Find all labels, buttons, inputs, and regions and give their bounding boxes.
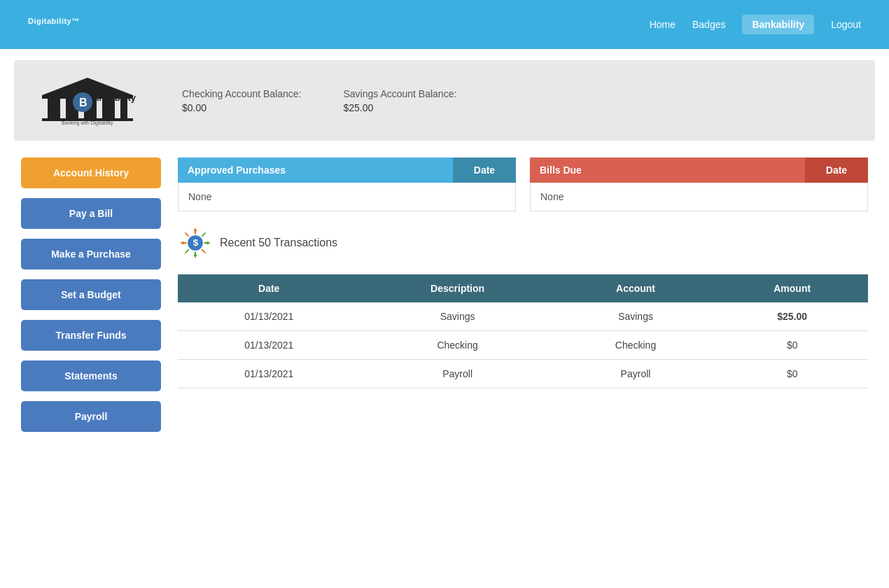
nav-home[interactable]: Home: [650, 19, 676, 30]
transactions-header-row: Date Description Account Amount: [178, 274, 868, 302]
main-nav: Home Badges Bankability Logout: [650, 15, 861, 34]
bills-due-table: Bills Due Date None: [530, 158, 868, 211]
app-logo: Digitability™: [28, 14, 80, 36]
svg-marker-15: [194, 255, 197, 258]
svg-rect-2: [48, 99, 60, 118]
nav-logout[interactable]: Logout: [831, 19, 861, 30]
svg-marker-13: [194, 227, 197, 231]
transactions-header: $ Recent 50 Transactions: [178, 225, 868, 260]
cell-date: 01/13/2021: [178, 302, 360, 331]
svg-marker-21: [183, 231, 187, 234]
cell-amount: $0: [716, 360, 868, 388]
table-row: 01/13/2021 Savings Savings $25.00: [178, 302, 868, 331]
savings-balance-label: Savings Account Balance:: [343, 88, 456, 99]
svg-marker-25: [183, 251, 187, 255]
payroll-button[interactable]: Payroll: [21, 401, 161, 432]
approved-purchases-table: Approved Purchases Date None: [178, 158, 516, 211]
bills-due-body: None: [530, 183, 868, 211]
table-row: 01/13/2021 Checking Checking $0: [178, 331, 868, 360]
top-tables: Approved Purchases Date None Bills Due D…: [178, 158, 868, 211]
bank-logo-svg: B ankability Banking with Digitability: [35, 74, 140, 127]
cell-date: 01/13/2021: [178, 360, 360, 388]
col-description: Description: [360, 274, 555, 302]
svg-text:$: $: [193, 237, 199, 248]
cell-description: Checking: [360, 331, 555, 360]
bank-info-bar: B ankability Banking with Digitability C…: [14, 60, 875, 141]
checking-balance-section: Checking Account Balance: $0.00: [182, 88, 301, 113]
approved-purchases-date-col: Date: [453, 158, 516, 183]
bills-due-title: Bills Due: [530, 158, 805, 183]
bills-due-date-col: Date: [805, 158, 868, 183]
svg-text:ankability: ankability: [94, 92, 136, 103]
savings-balance-amount: $25.00: [343, 102, 456, 113]
statements-button[interactable]: Statements: [21, 360, 161, 391]
checking-balance-label: Checking Account Balance:: [182, 88, 301, 99]
transfer-funds-button[interactable]: Transfer Funds: [21, 320, 161, 351]
savings-balance-section: Savings Account Balance: $25.00: [343, 88, 456, 113]
approved-purchases-empty: None: [178, 183, 515, 211]
main-content: Account History Pay a Bill Make a Purcha…: [0, 141, 889, 449]
cell-description: Payroll: [360, 360, 555, 388]
cell-amount: $0: [716, 331, 868, 360]
transactions-icon: $: [178, 225, 213, 260]
logo-text: Digitability: [28, 17, 71, 25]
transactions-table-body: 01/13/2021 Savings Savings $25.00 01/13/…: [178, 302, 868, 388]
right-content: Approved Purchases Date None Bills Due D…: [178, 158, 868, 432]
bills-due-header: Bills Due Date: [530, 158, 868, 183]
approved-purchases-title: Approved Purchases: [178, 158, 453, 183]
svg-marker-19: [207, 241, 211, 245]
approved-purchases-body: None: [178, 183, 516, 211]
cell-account: Payroll: [555, 360, 717, 388]
cell-amount: $25.00: [716, 302, 868, 331]
cell-account: Checking: [555, 331, 717, 360]
account-history-button[interactable]: Account History: [21, 158, 161, 188]
set-budget-button[interactable]: Set a Budget: [21, 279, 161, 310]
approved-purchases-header: Approved Purchases Date: [178, 158, 516, 183]
svg-marker-17: [180, 241, 183, 245]
svg-text:Banking with Digitability: Banking with Digitability: [62, 120, 113, 126]
bills-due-empty: None: [531, 183, 867, 211]
nav-bankability[interactable]: Bankability: [742, 15, 814, 34]
trademark-symbol: ™: [71, 17, 80, 25]
col-account: Account: [555, 274, 717, 302]
cell-account: Savings: [555, 302, 717, 331]
main-header: Digitability™ Home Badges Bankability Lo…: [0, 0, 889, 49]
make-purchase-button[interactable]: Make a Purchase: [21, 239, 161, 270]
col-date: Date: [178, 274, 360, 302]
col-amount: Amount: [716, 274, 868, 302]
sidebar: Account History Pay a Bill Make a Purcha…: [21, 158, 161, 432]
transactions-title: Recent 50 Transactions: [220, 237, 337, 249]
cell-description: Savings: [360, 302, 555, 331]
svg-text:B: B: [79, 97, 88, 108]
nav-badges[interactable]: Badges: [692, 19, 725, 30]
table-row: 01/13/2021 Payroll Payroll $0: [178, 360, 868, 388]
svg-marker-23: [204, 231, 207, 234]
cell-date: 01/13/2021: [178, 331, 360, 360]
bank-logo: B ankability Banking with Digitability: [35, 74, 140, 127]
checking-balance-amount: $0.00: [182, 102, 301, 113]
transactions-table: Date Description Account Amount 01/13/20…: [178, 274, 868, 388]
svg-marker-27: [204, 251, 207, 255]
transactions-table-head: Date Description Account Amount: [178, 274, 868, 302]
pay-bill-button[interactable]: Pay a Bill: [21, 198, 161, 229]
